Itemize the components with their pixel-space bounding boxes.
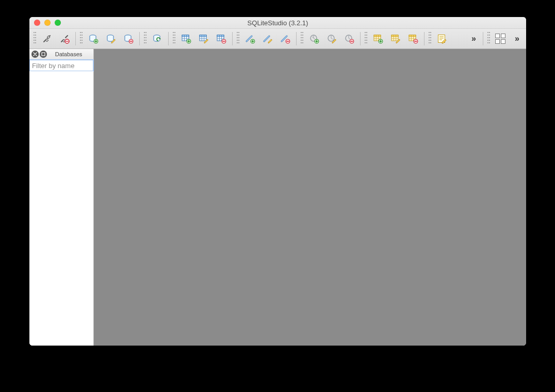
toolbar-separator: [360, 32, 361, 45]
sidebar-tab-label: Databases: [47, 51, 93, 57]
svg-rect-31: [42, 53, 45, 56]
svg-rect-13: [217, 35, 224, 37]
close-window-button[interactable]: [34, 20, 40, 26]
remove-trigger-icon: [344, 34, 354, 44]
add-database-button[interactable]: [86, 31, 101, 46]
remove-index-icon: [280, 34, 290, 44]
edit-index-button[interactable]: [260, 31, 275, 46]
add-view-icon: [373, 34, 383, 44]
connect-icon: [42, 34, 52, 44]
toolbar-separator: [296, 32, 297, 45]
toolbar-separator: [168, 32, 169, 45]
edit-trigger-icon: [327, 34, 337, 44]
toolbar-separator: [139, 32, 140, 45]
svg-rect-26: [391, 35, 398, 37]
svg-rect-23: [374, 35, 381, 37]
remove-view-button[interactable]: [405, 31, 421, 46]
svg-rect-28: [409, 35, 416, 37]
detach-icon: [41, 52, 45, 56]
database-list[interactable]: [29, 71, 93, 346]
edit-trigger-button[interactable]: [324, 31, 339, 46]
add-table-button[interactable]: [178, 31, 194, 46]
detach-panel-button[interactable]: [40, 51, 47, 58]
remove-view-icon: [408, 34, 418, 44]
add-table-icon: [181, 34, 191, 44]
chevron-right-double-icon: »: [512, 34, 521, 43]
toolbar-grip[interactable]: [365, 30, 368, 47]
sidebar-tab[interactable]: Databases: [29, 49, 93, 60]
remove-table-button[interactable]: [214, 31, 229, 46]
remove-index-button[interactable]: [278, 31, 293, 46]
remove-database-icon: [123, 34, 134, 44]
window-body: Databases: [29, 49, 526, 346]
add-index-icon: [245, 34, 255, 44]
add-view-button[interactable]: [370, 31, 386, 46]
remove-table-icon: [216, 34, 226, 44]
toolbar-separator: [483, 32, 483, 45]
window-layout-button[interactable]: [493, 31, 508, 46]
databases-sidebar: Databases: [29, 49, 94, 346]
close-icon: [33, 52, 37, 56]
app-window: SQLiteStudio (3.2.1): [29, 17, 526, 346]
add-database-icon: [88, 34, 99, 44]
refresh-database-icon: [152, 34, 162, 44]
close-panel-button[interactable]: [31, 51, 39, 58]
disconnect-button[interactable]: [57, 31, 72, 46]
toolbar-grip[interactable]: [237, 30, 240, 47]
refresh-database-button[interactable]: [150, 31, 165, 46]
main-toolbar: » »: [29, 29, 526, 49]
disconnect-icon: [59, 34, 70, 44]
mdi-area[interactable]: [94, 49, 526, 346]
titlebar: SQLiteStudio (3.2.1): [29, 17, 526, 29]
toolbar-separator: [424, 32, 425, 45]
edit-index-icon: [263, 34, 273, 44]
grid-layout-icon: [494, 34, 507, 44]
toolbar-grip[interactable]: [429, 30, 432, 47]
zoom-window-button[interactable]: [55, 20, 61, 26]
toolbar-grip[interactable]: [80, 30, 84, 47]
filter-input[interactable]: [29, 60, 93, 71]
window-title: SQLiteStudio (3.2.1): [29, 19, 526, 27]
toolbar-separator: [232, 32, 233, 45]
edit-database-icon: [106, 34, 116, 44]
toolbar-overflow2-button[interactable]: »: [510, 31, 523, 46]
remove-database-button[interactable]: [121, 31, 136, 46]
edit-view-button[interactable]: [388, 31, 403, 46]
minimize-window-button[interactable]: [44, 20, 51, 26]
edit-database-button[interactable]: [103, 31, 119, 46]
window-controls: [29, 20, 61, 26]
svg-rect-8: [182, 35, 189, 37]
toolbar-grip[interactable]: [173, 30, 176, 47]
add-trigger-icon: [309, 34, 319, 44]
edit-table-icon: [199, 34, 209, 44]
add-index-button[interactable]: [242, 31, 258, 46]
toolbar-grip[interactable]: [301, 30, 304, 47]
toolbar-grip[interactable]: [487, 30, 491, 47]
edit-table-button[interactable]: [196, 31, 211, 46]
svg-rect-11: [200, 35, 206, 37]
toolbar-overflow-button[interactable]: »: [466, 31, 480, 46]
add-trigger-button[interactable]: [306, 31, 322, 46]
toolbar-separator: [75, 32, 76, 45]
toolbar-grip[interactable]: [34, 30, 37, 47]
edit-view-icon: [390, 34, 401, 44]
chevron-right-double-icon: »: [468, 34, 478, 43]
sql-editor-button[interactable]: [434, 31, 450, 46]
sql-editor-icon: [437, 34, 447, 44]
connect-button[interactable]: [39, 31, 55, 46]
toolbar-grip[interactable]: [144, 30, 148, 47]
remove-trigger-button[interactable]: [341, 31, 357, 46]
